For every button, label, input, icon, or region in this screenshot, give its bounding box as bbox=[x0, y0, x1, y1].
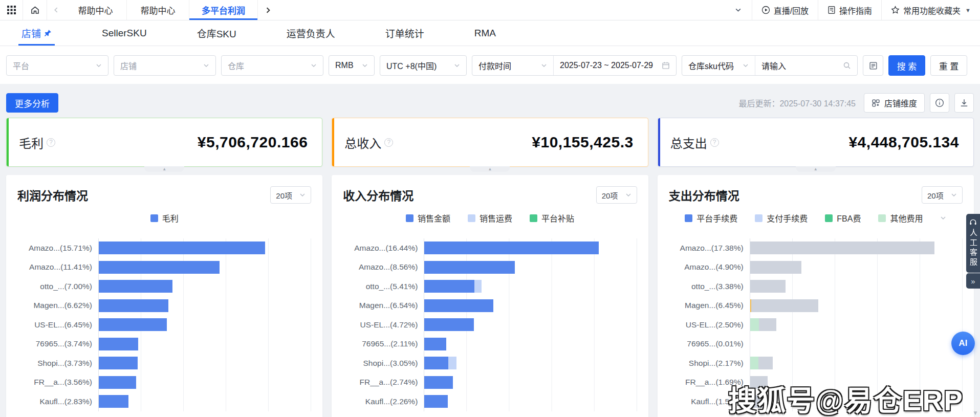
kpi-collapse-tab[interactable]: ▲ bbox=[144, 166, 184, 172]
legend-item[interactable]: 毛利 bbox=[150, 212, 179, 224]
bar-row[interactable] bbox=[424, 238, 636, 258]
chevron-down-icon bbox=[96, 62, 102, 69]
guide-button[interactable]: 操作指南 bbox=[818, 0, 881, 20]
item-count-select[interactable]: 20项 bbox=[922, 186, 963, 204]
download-button[interactable] bbox=[954, 93, 974, 113]
currency-value: RMB bbox=[335, 61, 354, 70]
item-count-select[interactable]: 20项 bbox=[270, 186, 311, 204]
bar-row[interactable] bbox=[98, 315, 311, 335]
warehouse-select[interactable]: 仓库 bbox=[221, 55, 323, 76]
dimension-tab-shop[interactable]: 店铺 bbox=[21, 20, 52, 46]
bar-row[interactable] bbox=[424, 335, 636, 354]
bar-row[interactable] bbox=[424, 258, 636, 277]
dimension-tab-sellersku[interactable]: SellerSKU bbox=[102, 20, 147, 46]
chevron-down-icon bbox=[362, 62, 368, 69]
category-label: US-EL...(6.45%) bbox=[17, 315, 98, 335]
bar-row[interactable] bbox=[750, 258, 962, 277]
bar-row[interactable] bbox=[750, 335, 962, 354]
tab-scroll-left-icon[interactable] bbox=[47, 0, 64, 20]
currency-select[interactable]: RMB bbox=[329, 55, 375, 76]
bar-row[interactable] bbox=[98, 335, 311, 354]
kpi-label: 总支出? bbox=[670, 134, 719, 151]
bar-row[interactable] bbox=[750, 315, 962, 335]
open-tab[interactable]: 帮助中心 bbox=[64, 0, 127, 20]
dimension-tab-rma[interactable]: RMA bbox=[474, 20, 496, 46]
bar-segment bbox=[98, 338, 138, 350]
time-type-select[interactable]: 付款时间 bbox=[472, 56, 553, 75]
platform-select[interactable]: 平台 bbox=[6, 55, 108, 76]
chevron-down-icon bbox=[541, 62, 547, 69]
legend-swatch bbox=[878, 214, 886, 222]
tab-scroll-right-icon[interactable] bbox=[258, 0, 278, 20]
bar-row[interactable] bbox=[98, 258, 311, 277]
kpi-collapse-tab[interactable]: ▲ bbox=[796, 166, 836, 172]
legend-swatch bbox=[150, 214, 158, 222]
shop-dimension-button[interactable]: 店铺维度 bbox=[864, 93, 925, 113]
date-range-input[interactable]: 2025-07-23 ~ 2025-07-29 bbox=[553, 56, 676, 75]
warehouse-placeholder: 仓库 bbox=[228, 59, 244, 72]
search-button[interactable]: 搜 索 bbox=[888, 55, 925, 76]
kpi-collapse-tab[interactable]: ▲ bbox=[470, 166, 510, 172]
bar-row[interactable] bbox=[424, 277, 636, 296]
open-tab[interactable]: 多平台利润 bbox=[189, 0, 258, 20]
bar-row[interactable] bbox=[424, 296, 636, 316]
panel-collapse-tab[interactable]: » bbox=[966, 273, 980, 289]
category-label: Magen...(6.62%) bbox=[17, 296, 98, 316]
help-icon[interactable]: ? bbox=[384, 138, 393, 147]
scroll-down-icon[interactable]: ▼ bbox=[972, 409, 978, 416]
favorites-button[interactable]: 常用功能收藏夹 ▼ bbox=[881, 0, 980, 20]
bar-row[interactable] bbox=[424, 392, 636, 411]
legend-item[interactable]: 支付手续费 bbox=[755, 212, 808, 224]
batch-input-button[interactable] bbox=[863, 55, 883, 76]
home-icon[interactable] bbox=[23, 0, 47, 20]
category-label: FR__a...(2.74%) bbox=[343, 373, 424, 392]
shop-select[interactable]: 店铺 bbox=[114, 55, 216, 76]
bar-row[interactable] bbox=[750, 277, 962, 296]
legend-item[interactable]: 销售运费 bbox=[468, 212, 512, 224]
bar-row[interactable] bbox=[98, 277, 311, 296]
legend-scroll-icon[interactable] bbox=[940, 215, 946, 221]
live-replay-button[interactable]: 直播/回放 bbox=[752, 0, 818, 20]
sku-type-select[interactable]: 仓库sku代码 bbox=[682, 56, 755, 75]
bar-row[interactable] bbox=[98, 392, 311, 411]
bar-row[interactable] bbox=[98, 354, 311, 373]
legend-item[interactable]: FBA费 bbox=[825, 212, 861, 224]
legend-item[interactable]: 销售金额 bbox=[406, 212, 450, 224]
bar-segment bbox=[424, 338, 446, 350]
bar-row[interactable] bbox=[750, 238, 962, 258]
bar-row[interactable] bbox=[750, 373, 962, 392]
bar-row[interactable] bbox=[424, 373, 636, 392]
open-tab[interactable]: 帮助中心 bbox=[127, 0, 189, 20]
info-button[interactable] bbox=[930, 93, 949, 113]
bar-row[interactable] bbox=[750, 392, 962, 411]
bar-row[interactable] bbox=[750, 354, 962, 373]
bar-row[interactable] bbox=[424, 315, 636, 335]
reset-button[interactable]: 重 置 bbox=[930, 55, 967, 76]
bar-row[interactable] bbox=[424, 354, 636, 373]
category-label: 76965...(3.74%) bbox=[17, 335, 98, 354]
legend-item[interactable]: 其他费用 bbox=[878, 212, 923, 224]
legend-item[interactable]: 平台手续费 bbox=[685, 212, 737, 224]
legend-item[interactable]: 平台补贴 bbox=[530, 212, 574, 224]
dimension-tab-运营负责人[interactable]: 运营负责人 bbox=[287, 20, 335, 46]
item-count-select[interactable]: 20项 bbox=[596, 186, 637, 204]
legend-swatch bbox=[468, 214, 475, 222]
category-label: Kaufl...(2.26%) bbox=[343, 392, 424, 411]
dimension-tab-仓库sku[interactable]: 仓库SKU bbox=[197, 20, 236, 46]
customer-service-tab[interactable]: 人工客服 bbox=[966, 214, 980, 273]
bar-row[interactable] bbox=[98, 373, 311, 392]
collapse-chevron-icon[interactable] bbox=[725, 0, 752, 20]
help-icon[interactable]: ? bbox=[710, 138, 719, 147]
bar-row[interactable] bbox=[98, 296, 311, 316]
top-tab-bar: 帮助中心帮助中心多平台利润 直播/回放 操作指南 常用功能收藏夹 ▼ bbox=[0, 0, 980, 20]
favorites-label: 常用功能收藏夹 bbox=[903, 4, 961, 16]
dimension-tab-订单统计[interactable]: 订单统计 bbox=[385, 20, 424, 46]
ai-assistant-button[interactable]: AI bbox=[951, 332, 975, 355]
apps-grid-icon[interactable] bbox=[0, 0, 23, 20]
bar-row[interactable] bbox=[750, 296, 962, 316]
bar-row[interactable] bbox=[98, 238, 311, 258]
timezone-select[interactable]: UTC +8(中国) bbox=[380, 55, 467, 76]
more-analysis-button[interactable]: 更多分析 bbox=[6, 93, 58, 113]
sku-search-input[interactable]: 请输入 bbox=[755, 56, 857, 75]
help-icon[interactable]: ? bbox=[47, 138, 55, 147]
